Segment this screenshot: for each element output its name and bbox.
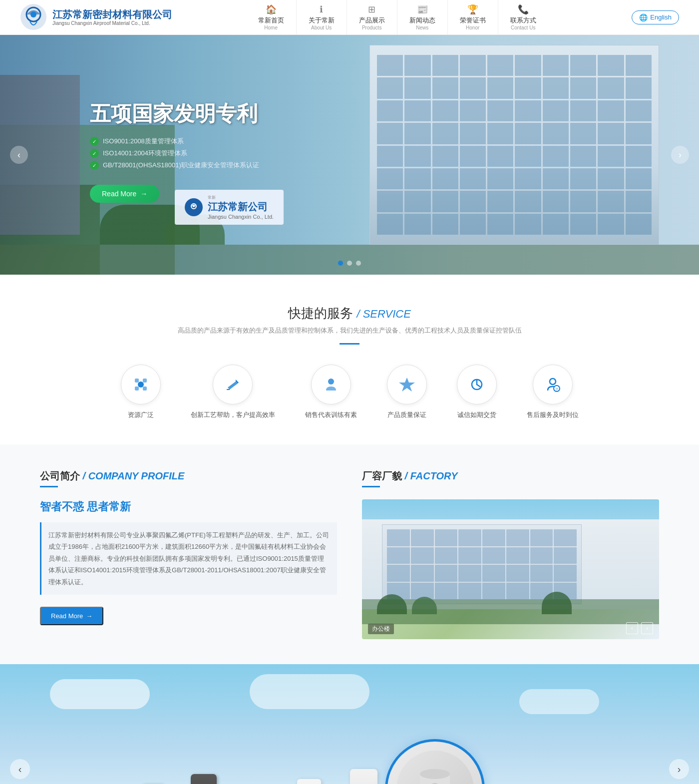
nav-news-cn: 新闻动态 xyxy=(409,16,435,25)
company-readmore-button[interactable]: Read More → xyxy=(40,607,103,625)
factory-next-button[interactable]: › xyxy=(641,622,653,634)
hero-pagination xyxy=(338,261,361,266)
hero-dot-3[interactable] xyxy=(356,261,361,266)
main-nav: 🏠 常新首页 Home ℹ 关于常新 About Us ⊞ 产品展示 Produ… xyxy=(246,0,548,34)
services-title: 快捷的服务 / SERVICE xyxy=(40,305,659,322)
factory-divider xyxy=(362,486,380,487)
service-icon-2 xyxy=(213,365,253,404)
hero-content: 五项国家发明专利 ✓ ISO9001:2008质量管理体系 ✓ ISO14001… xyxy=(90,100,259,203)
nav-products[interactable]: ⊞ 产品展示 Products xyxy=(347,0,397,34)
service-icon-5 xyxy=(457,365,497,404)
factory-image: document.write(Array(32).fill('<div styl… xyxy=(362,499,659,639)
news-icon: 📰 xyxy=(417,4,428,15)
nav-about[interactable]: ℹ 关于常新 About Us xyxy=(297,0,347,34)
cert-item-1: ✓ ISO9001:2008质量管理体系 xyxy=(90,137,259,146)
service-item-2: 创新工艺帮助，客户提高效率 xyxy=(191,365,275,419)
svg-point-21 xyxy=(420,769,450,779)
hero-prev-button[interactable]: ‹ xyxy=(10,146,28,164)
product-item-8 xyxy=(350,769,377,784)
svg-rect-9 xyxy=(143,387,147,391)
services-subtitle: 高品质的产品来源于有效的生产及品质管理和控制体系，我们先进的生产设备、优秀的工程… xyxy=(40,326,659,335)
cert-item-3: ✓ GB/T28001(OHSAS18001)职业健康安全管理体系认证 xyxy=(90,161,259,170)
company-description: 江苏常新密封材料有限公司专业从事聚四氟乙烯(PTFE)等工程塑料产品的研发、生产… xyxy=(40,522,337,595)
mid-section: 公司简介 / COMPANY PROFILE 智者不惑 思者常新 江苏常新密封材… xyxy=(0,444,699,664)
service-label-1: 资源广泛 xyxy=(128,410,154,419)
hero-dot-2[interactable] xyxy=(347,261,352,266)
logo[interactable]: 江苏常新密封材料有限公司 Jiangsu Changxin Airproof M… xyxy=(20,3,172,31)
svg-rect-6 xyxy=(135,379,139,383)
services-section: 快捷的服务 / SERVICE 高品质的产品来源于有效的生产及品质管理和控制体系… xyxy=(0,275,699,444)
nav-honor-en: Honor xyxy=(466,25,479,30)
company-readmore-label: Read More xyxy=(51,612,83,620)
nav-news-en: News xyxy=(416,25,428,30)
product-item-3 xyxy=(191,774,217,784)
svg-text:?: ? xyxy=(555,387,558,392)
product-item-6 xyxy=(297,779,321,784)
hero-title: 五项国家发明专利 xyxy=(90,100,259,128)
contact-icon: 📞 xyxy=(518,4,529,15)
globe-icon: 🌐 xyxy=(639,13,648,21)
factory-building-label: 办公楼 xyxy=(368,624,394,634)
check-icon-1: ✓ xyxy=(90,137,99,146)
svg-point-16 xyxy=(550,379,556,385)
company-profile-title-en: / COMPANY PROFILE xyxy=(83,470,185,481)
products-banner: ‹ › xyxy=(0,664,699,784)
services-title-en: / SERVICE xyxy=(356,308,410,320)
company-profile-divider xyxy=(40,486,58,487)
svg-point-2 xyxy=(30,11,36,17)
service-icon-3 xyxy=(311,365,351,404)
svg-marker-12 xyxy=(399,378,415,392)
logo-text: 江苏常新密封材料有限公司 Jiangsu Changxin Airproof M… xyxy=(52,8,172,26)
company-sign: 常新 江苏常新公司 Jiangsu Changxin Co., Ltd. xyxy=(175,190,284,225)
services-divider xyxy=(340,343,359,345)
nav-honor[interactable]: 🏆 荣誉证书 Honor xyxy=(448,0,498,34)
nav-products-en: Products xyxy=(362,25,381,30)
products-display xyxy=(0,664,699,784)
check-icon-2: ✓ xyxy=(90,149,99,158)
nav-news[interactable]: 📰 新闻动态 News xyxy=(397,0,448,34)
language-button[interactable]: 🌐 English xyxy=(632,10,679,24)
service-label-3: 销售代表训练有素 xyxy=(305,410,357,419)
service-item-6: ? 售后服务及时到位 xyxy=(527,365,579,419)
hero-banner: document.write(Array(80).fill('<div styl… xyxy=(0,35,699,275)
cert-text-2: ISO14001:2004环境管理体系 xyxy=(103,149,187,158)
lang-label: English xyxy=(650,13,672,21)
nav-contact[interactable]: 📞 联系方式 Contact Us xyxy=(498,0,548,34)
nav-contact-cn: 联系方式 xyxy=(510,16,536,25)
products-prev-button[interactable]: ‹ xyxy=(10,759,30,779)
brand-name-en: Jiangsu Changxin Airproof Material Co., … xyxy=(52,20,172,26)
factory-prev-button[interactable]: ‹ xyxy=(626,622,638,634)
brand-name-cn: 江苏常新密封材料有限公司 xyxy=(52,8,172,20)
cert-text-1: ISO9001:2008质量管理体系 xyxy=(103,137,184,146)
hero-readmore-label: Read More xyxy=(102,190,136,198)
hero-readmore-button[interactable]: Read More → xyxy=(90,185,159,203)
products-icon: ⊞ xyxy=(368,4,375,15)
svg-rect-8 xyxy=(135,387,139,391)
home-icon: 🏠 xyxy=(266,4,277,15)
hero-dot-1[interactable] xyxy=(338,261,343,266)
products-next-button[interactable]: › xyxy=(669,759,689,779)
company-sign-cn: 江苏常新公司 xyxy=(208,200,274,214)
svg-point-4 xyxy=(193,205,195,207)
company-profile-title: 公司简介 / COMPANY PROFILE xyxy=(40,469,337,483)
service-icon-4 xyxy=(387,365,427,404)
nav-contact-en: Contact Us xyxy=(511,25,535,30)
hero-next-button[interactable]: › xyxy=(671,146,689,164)
featured-product xyxy=(385,739,485,784)
company-profile: 公司简介 / COMPANY PROFILE 智者不惑 思者常新 江苏常新密封材… xyxy=(40,469,362,639)
service-item-5: 诚信如期交货 xyxy=(457,365,497,419)
check-icon-3: ✓ xyxy=(90,161,99,170)
factory-section: 厂容厂貌 / FACTORY document.write(Array(32).… xyxy=(362,469,659,639)
nav-home-cn: 常新首页 xyxy=(258,16,284,25)
cert-item-2: ✓ ISO14001:2004环境管理体系 xyxy=(90,149,259,158)
nav-home[interactable]: 🏠 常新首页 Home xyxy=(246,0,297,34)
service-icon-6: ? xyxy=(533,365,573,404)
service-item-1: 资源广泛 xyxy=(121,365,161,419)
readmore-arrow-icon: → xyxy=(86,612,92,620)
company-slogan: 智者不惑 思者常新 xyxy=(40,499,337,514)
header: 江苏常新密封材料有限公司 Jiangsu Changxin Airproof M… xyxy=(0,0,699,35)
service-label-4: 产品质量保证 xyxy=(387,410,426,419)
nav-products-cn: 产品展示 xyxy=(359,16,385,25)
nav-about-en: About Us xyxy=(311,25,332,30)
nav-honor-cn: 荣誉证书 xyxy=(460,16,486,25)
